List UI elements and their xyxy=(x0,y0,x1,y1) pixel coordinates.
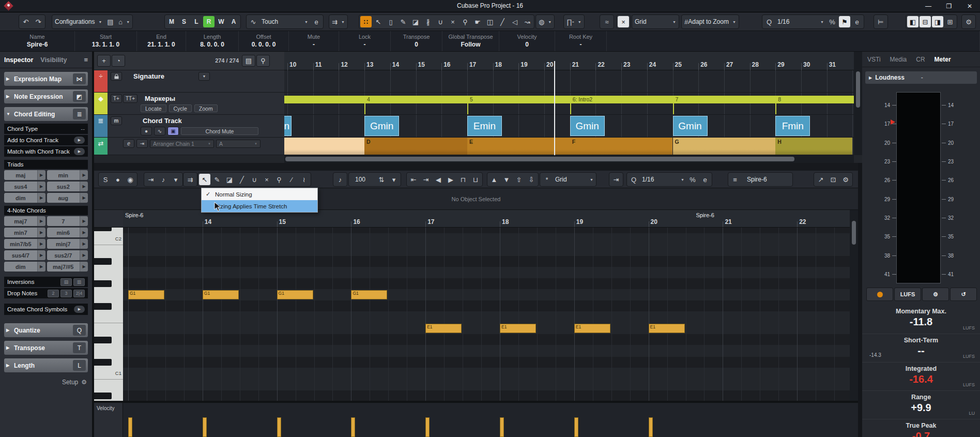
mute-track-button[interactable]: m xyxy=(111,116,122,125)
step-back-icon[interactable]: ◀ xyxy=(433,174,444,185)
info-field-root-key[interactable]: Root Key- xyxy=(555,31,607,51)
inspector-section-expression-map[interactable]: ▶Expression Map⋈ xyxy=(4,72,88,86)
select-combine-tool[interactable]: ∷ xyxy=(360,16,372,27)
tab-visibility[interactable]: Visibility xyxy=(40,56,67,64)
black-key[interactable] xyxy=(94,280,112,287)
erase-tool[interactable]: ◪ xyxy=(224,174,235,185)
quantize-edit-icon[interactable]: e xyxy=(851,16,863,27)
lufs-toggle-button[interactable]: LUFS xyxy=(894,288,921,301)
info-field-name[interactable]: NameSpire-6 xyxy=(0,31,75,51)
chord-lane[interactable]: nGminEminGminGminFmin xyxy=(284,115,854,138)
track-preset-button[interactable]: ◔ xyxy=(112,55,125,67)
midi-note[interactable]: G1 xyxy=(203,290,239,299)
listen-all-button[interactable]: L xyxy=(191,16,202,27)
align-icon[interactable]: ⊨ xyxy=(875,16,886,27)
add-track-button[interactable]: + xyxy=(97,55,111,67)
editor-ruler[interactable]: 141516171819202122Spire-6Spire-6 xyxy=(123,210,850,228)
chord-event[interactable]: Fmin xyxy=(775,116,810,136)
chord-button-minj7[interactable]: minj7▶ xyxy=(47,239,88,249)
flatten-chain-icon[interactable]: ⇥ xyxy=(136,139,148,148)
scrollbar-thumb[interactable] xyxy=(285,157,794,161)
autoscroll-icon[interactable]: ⇉ xyxy=(185,174,196,185)
marker-lane[interactable]: 456: Intro278 xyxy=(284,93,854,115)
chord-button-sus4[interactable]: sus4▶ xyxy=(4,182,45,191)
chord-play-icon[interactable]: ▶ xyxy=(37,193,45,203)
meter-settings-button[interactable]: ⚙ xyxy=(922,288,949,301)
apply-button[interactable]: ▶ xyxy=(74,137,85,144)
midi-note[interactable]: G1 xyxy=(351,290,387,299)
mute-tool[interactable]: × xyxy=(261,174,272,185)
midi-note[interactable]: G1 xyxy=(277,290,313,299)
black-key[interactable] xyxy=(94,258,112,265)
marker-cycle-button[interactable]: Cycle xyxy=(169,104,192,112)
velocity-dropdown[interactable]: ▾ xyxy=(388,174,400,185)
info-field-lock[interactable]: Lock- xyxy=(339,31,391,51)
inspector-section-transpose[interactable]: ▶TransposeT xyxy=(4,341,88,355)
midi-input-icon[interactable]: ♪ xyxy=(158,174,169,185)
chord-mute-button[interactable]: Chord Mute xyxy=(181,127,258,135)
marker-event-label[interactable]: 5 xyxy=(470,96,473,102)
toolbar-setup-icon[interactable]: ⚙ xyxy=(963,16,974,27)
drum-map-dropdown[interactable]: ◍▼ xyxy=(537,16,553,27)
chord-play-icon[interactable]: ▶ xyxy=(80,228,88,237)
marker-event-label[interactable]: 7 xyxy=(676,96,679,102)
add-marker-button[interactable]: T+ xyxy=(111,94,122,103)
inspector-section-quantize[interactable]: ▶QuantizeQ xyxy=(4,323,88,337)
zoom-tool[interactable]: ⚲ xyxy=(460,16,471,27)
apply-button[interactable]: ▶ xyxy=(74,148,85,155)
configurations-dropdown[interactable]: Configurations▼ xyxy=(53,16,103,27)
velocity-bar[interactable] xyxy=(500,417,504,437)
mute-all-button[interactable]: M xyxy=(166,16,177,27)
color-tool[interactable]: ↝ xyxy=(522,16,533,27)
nudge-down-icon[interactable]: ▼ xyxy=(501,174,512,185)
step-forward-icon[interactable]: ▶ xyxy=(445,174,456,185)
inversion-button-2[interactable]: ▥ xyxy=(73,278,85,286)
velocity-stepper[interactable]: ⇅ xyxy=(376,174,387,185)
chord-button-dim[interactable]: dim▶ xyxy=(4,262,45,272)
horizontal-scrollbar[interactable] xyxy=(284,155,854,163)
acoustic-feedback-button[interactable]: ◉ xyxy=(125,174,136,185)
project-ruler[interactable]: 1011121314151617181920212223242526272829… xyxy=(284,52,854,70)
chord-display-icon[interactable]: ▣ xyxy=(167,127,179,135)
inversion-button-1[interactable]: ▤ xyxy=(60,278,72,286)
chord-button-min[interactable]: min▶ xyxy=(47,170,88,180)
read-all-button[interactable]: R xyxy=(203,16,215,27)
chord-event[interactable]: n xyxy=(284,116,292,136)
inversions-row[interactable]: Inversions▤▥ xyxy=(4,277,88,287)
line-tool[interactable]: ╱ xyxy=(497,16,508,27)
snap-curve-icon[interactable]: ≈ xyxy=(601,16,612,27)
chord-play-icon[interactable]: ▶ xyxy=(80,216,88,226)
chord-row-chord-type[interactable]: Chord Type-- xyxy=(4,124,88,134)
draw-tool[interactable]: ✎ xyxy=(397,16,409,27)
snap-toggle-icon[interactable]: × xyxy=(618,16,629,27)
chord-play-icon[interactable]: ▶ xyxy=(80,262,88,272)
marker-event-label[interactable]: 6: Intro2 xyxy=(573,96,593,102)
audiowarp-quantize-icon[interactable]: % xyxy=(687,174,698,185)
velocity-bar[interactable] xyxy=(277,417,281,437)
black-key[interactable] xyxy=(94,393,112,399)
locate-end-icon[interactable]: ⇥ xyxy=(420,174,432,185)
quantize-icon[interactable]: Q xyxy=(763,16,775,27)
info-field-mute[interactable]: Mute- xyxy=(289,31,339,51)
autoscroll-icon[interactable]: ⇉▼ xyxy=(330,16,346,27)
chord-play-icon[interactable]: ▶ xyxy=(37,228,45,237)
locate-start-icon[interactable]: ⇤ xyxy=(408,174,419,185)
menu-item-normal-sizing[interactable]: ✓Normal Sizing xyxy=(202,188,317,200)
lock-icon[interactable] xyxy=(111,72,122,81)
track-row-4[interactable]: ⇄e⇥Arranger Chain 1▼A▼ xyxy=(94,138,284,155)
object-selection-tool[interactable]: ↖ xyxy=(373,16,384,27)
quantize-edit-icon[interactable]: e xyxy=(699,174,711,185)
midi-note[interactable]: E1 xyxy=(425,324,462,333)
scrollbar-thumb[interactable] xyxy=(856,71,860,108)
draw-tool[interactable]: ✎ xyxy=(211,174,223,185)
right-zone-toggle[interactable]: ◨ xyxy=(932,16,943,27)
midi-note[interactable]: E1 xyxy=(500,324,536,333)
chord-row-match-with-chord-track[interactable]: Match with Chord Track▶ xyxy=(4,146,88,157)
chord-play-icon[interactable]: ▶ xyxy=(37,182,45,191)
chord-play-icon[interactable]: ▶ xyxy=(80,170,88,180)
marker-zoom-button[interactable]: Zoom xyxy=(194,104,218,112)
chord-button-dim[interactable]: dim▶ xyxy=(4,193,45,203)
zoom-tool[interactable]: ⚲ xyxy=(273,174,285,185)
signature-dropdown[interactable]: ▼ xyxy=(198,72,210,81)
chord-button-min7[interactable]: min7▶ xyxy=(4,228,45,237)
